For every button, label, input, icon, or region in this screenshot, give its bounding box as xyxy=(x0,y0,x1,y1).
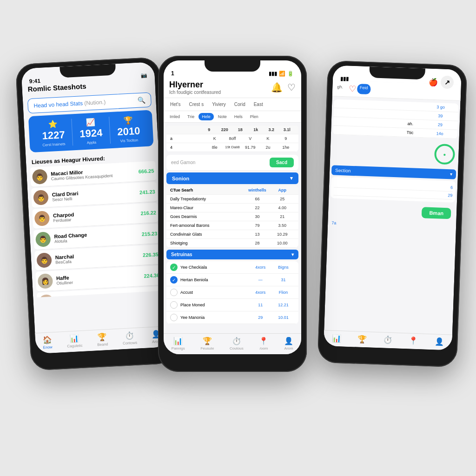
sub-tabs-row: Imled Trie Hele Note Hels Plen xyxy=(164,111,301,123)
tabs-row: Het's Crest s Yiviery Corid East xyxy=(164,98,301,111)
player-info-4: Narchal BesCafa xyxy=(55,250,143,265)
calc-icon: 📊 xyxy=(70,334,79,343)
player-score-4: 226.35 xyxy=(143,251,159,258)
table-row-1: 4 8le 19t Dali8 91.79 2u 1he xyxy=(166,143,298,152)
left-app: 9:41 📷 Romlic Staeshots Head vo head Sta… xyxy=(21,62,169,354)
trophy-nav-icon: 🏆 xyxy=(98,332,107,342)
nav-zoom[interactable]: 📍 /oom xyxy=(259,337,268,350)
nav-item-contows[interactable]: ⏱️ Contows xyxy=(122,331,138,346)
player-score-5: 224.36 xyxy=(144,272,159,279)
camera-icon: 📷 xyxy=(140,72,147,79)
sub-tab-trie[interactable]: Trie xyxy=(184,113,198,120)
check-icon-blue: ✓ xyxy=(170,276,178,284)
sub-tab-note[interactable]: Note xyxy=(215,113,230,120)
status-icons-center: ▮▮▮ 📶 🔋 xyxy=(269,71,294,77)
pannigs-icon: 📊 xyxy=(173,337,183,345)
stats-row: ⭐ 1227 Cerst Inainets 📈 1924 Appla 🏆 xyxy=(34,115,148,148)
standing-3: Fert-amoonal Barons 79 3.50 xyxy=(166,221,298,230)
nav-feusute[interactable]: 🏆 Feusute xyxy=(200,337,214,350)
checkbox-2: Accust 4xors Flion xyxy=(166,286,298,299)
tab-east[interactable]: East xyxy=(250,100,267,109)
stat-item-1: ⭐ 1227 Cerst Inainets xyxy=(34,119,73,147)
person-icon-center: 👤 xyxy=(284,337,293,345)
checkbox-1: ✓ Hertan Beniola — 31 xyxy=(166,274,298,286)
right-tab-feid[interactable]: Feid xyxy=(357,84,370,94)
tab-hets[interactable]: Het's xyxy=(166,100,184,109)
check-icon-empty-3 xyxy=(170,314,178,321)
right-action-icon[interactable]: ↗ xyxy=(440,75,454,89)
player-score-2: 216.22 xyxy=(140,210,156,216)
search-input-row: eed Gamon Sacd xyxy=(166,155,298,171)
nav-label-contows: Contows xyxy=(123,341,138,346)
nav-right-3[interactable]: 📍 xyxy=(409,336,418,345)
nav-label-caguletic: Caguletic xyxy=(67,344,83,349)
avatar-6: 👩 xyxy=(39,294,54,298)
right-apple-icon: 🍎 xyxy=(429,77,438,86)
sub-tab-plen[interactable]: Plen xyxy=(247,113,262,120)
player-score-1: 241.23 xyxy=(139,189,155,195)
phone-center: 1 ▮▮▮ 📶 🔋 Hlyerner Ich foudigic contfeas… xyxy=(158,56,307,372)
section1-header[interactable]: Sonion ▾ xyxy=(166,172,298,184)
nav-right-4[interactable]: 👤 xyxy=(434,337,444,346)
standings-header: CTue Searh winthells App xyxy=(166,186,298,195)
nav-right-icon-0: 📊 xyxy=(332,334,342,343)
nav-right-icon-3: 📍 xyxy=(409,336,418,345)
player-info-6: Pannersoal Cukte yoC5 Name xyxy=(57,292,145,298)
stats-card: ⭐ 1227 Cerst Inainets 📈 1924 Appla 🏆 xyxy=(28,110,154,152)
feusute-icon: 🏆 xyxy=(203,337,212,345)
section2-arrow: ▾ xyxy=(291,252,294,257)
standing-1: Mareo-Claur 22 4.00 xyxy=(166,204,298,212)
nav-item-caguletic[interactable]: 📊 Caguletic xyxy=(66,334,83,349)
nav-item-beand[interactable]: 🏆 Beand xyxy=(97,332,108,347)
heart-icon-right[interactable]: ♡ xyxy=(348,84,356,94)
nav-arom-center[interactable]: 👤 Arom xyxy=(284,337,293,350)
check-icon-empty xyxy=(170,289,178,296)
center-title-wrap: Hlyerner Ich foudigic contfeasured xyxy=(169,80,221,95)
zoom-icon: 📍 xyxy=(259,337,268,345)
nav-pannigs[interactable]: 📊 Pannigs xyxy=(172,337,185,350)
right-status-icons: ▮▮▮ xyxy=(340,75,349,82)
bottom-nav-center: 📊 Pannigs 🏆 Feusute ⏱️ Coutous 📍 /oom xyxy=(164,333,301,354)
notification-icon[interactable]: 🔔 xyxy=(271,82,283,93)
tab-crests[interactable]: Crest s xyxy=(185,100,207,109)
tab-corid[interactable]: Corid xyxy=(231,100,249,109)
sub-tab-hele[interactable]: Hele xyxy=(198,113,214,120)
standing-5: Shiotging 28 10.00 xyxy=(166,239,298,248)
tab-yiviery[interactable]: Yiviery xyxy=(208,100,230,109)
table-header: 9 220 18 1k 3.2 3.1l xyxy=(166,126,298,134)
right-table: 3 go 39 ah. 29 Ttic xyxy=(333,99,458,139)
check-icon-empty-2 xyxy=(170,301,178,309)
player-name-6: Pannersoal xyxy=(57,292,145,298)
right-section-title: Section xyxy=(335,168,351,173)
wifi-icon: 📶 xyxy=(279,71,285,77)
avatar-3: 👨 xyxy=(35,231,51,247)
nav-right-2[interactable]: ⏱️ xyxy=(383,335,393,344)
checkbox-4: Yee Manonia 29 10.01 xyxy=(166,311,298,324)
nav-coutous-label: Coutous xyxy=(230,346,244,350)
right-header-icons: 🍎 ↗ xyxy=(428,75,454,89)
nav-coutous[interactable]: ⏱️ Coutous xyxy=(230,337,244,350)
notch-center xyxy=(205,60,260,72)
player-score-3: 215.23 xyxy=(141,231,157,237)
nav-item-enow[interactable]: 🏠 Enow xyxy=(42,335,53,350)
player-info-0: Macaci Millor Caumo Glibsoties Kcassqupi… xyxy=(51,166,139,181)
nav-right-icon-1: 🏆 xyxy=(357,335,367,344)
save-button[interactable]: Sacd xyxy=(270,158,294,167)
sub-tab-hels[interactable]: Hels xyxy=(231,113,246,120)
stat-value-1: 1227 xyxy=(34,128,72,142)
avatar-1: 👨 xyxy=(33,190,49,205)
standing-4: Condivinair Glats 13 10.29 xyxy=(166,230,298,239)
stat-label-3: Vis Toclton xyxy=(111,138,148,144)
section2-header[interactable]: Setruinas ▾ xyxy=(166,250,298,259)
green-button[interactable]: Bman xyxy=(422,207,451,219)
nav-right-1[interactable]: 🏆 xyxy=(357,335,367,344)
right-tab-field[interactable]: gh. xyxy=(334,83,346,93)
nav-right-0[interactable]: 📊 xyxy=(332,334,342,343)
nav-right-icon-4: 👤 xyxy=(434,337,444,346)
search-label: Head vo head Stats (Nution.) xyxy=(33,99,106,109)
avatar-0: 👨 xyxy=(32,169,48,185)
chart-icon: 📈 xyxy=(72,117,109,127)
nav-pannigs-label: Pannigs xyxy=(172,346,185,350)
sub-tab-imled[interactable]: Imled xyxy=(166,113,183,120)
heart-icon[interactable]: ♡ xyxy=(287,82,296,93)
